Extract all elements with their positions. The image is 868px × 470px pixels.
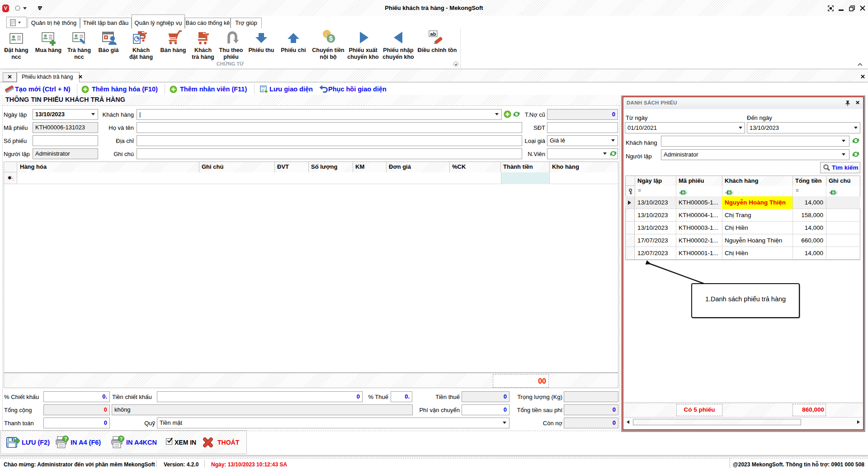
- svg-text:?: ?: [120, 437, 123, 442]
- svg-text:?: ?: [64, 437, 67, 442]
- svg-text:ab: ab: [430, 31, 436, 37]
- svg-text:$: $: [329, 35, 333, 42]
